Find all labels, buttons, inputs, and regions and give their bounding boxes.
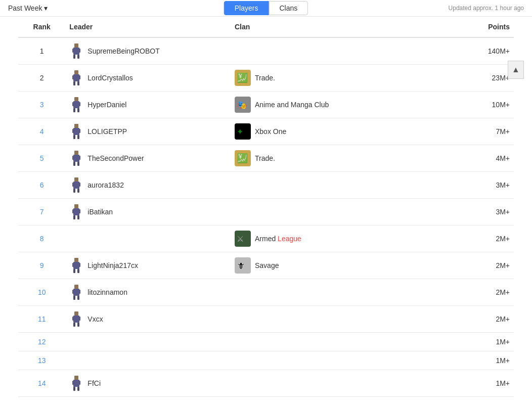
scroll-up-button[interactable]: ▲ <box>508 61 524 79</box>
col-rank: Rank <box>18 17 65 37</box>
svg-rect-4 <box>73 55 75 59</box>
svg-rect-8 <box>72 75 74 79</box>
svg-rect-0 <box>74 43 78 48</box>
svg-rect-64 <box>73 296 75 300</box>
svg-rect-62 <box>72 290 74 294</box>
filter-dropdown[interactable]: Past Week ▾ <box>8 4 48 12</box>
avatar <box>69 123 83 140</box>
leader-cell <box>65 351 231 370</box>
svg-rect-56 <box>73 269 75 273</box>
svg-rect-11 <box>77 81 79 85</box>
table-row: 6 aurora18323M+ <box>18 172 514 199</box>
svg-rect-16 <box>72 102 74 106</box>
clan-cell <box>231 279 443 306</box>
table-row: 10 litozinnamon2M+ <box>18 279 514 306</box>
clan-cell <box>231 351 443 370</box>
rank-cell: 7 <box>18 199 65 226</box>
leaderboard-table: Rank Leader Clan Points 1 SupremeBeingRO… <box>18 17 514 397</box>
clan-icon: ⚔ <box>235 231 251 247</box>
svg-rect-47 <box>78 209 80 213</box>
col-leader: Leader <box>65 17 231 37</box>
svg-rect-33 <box>78 156 80 160</box>
svg-rect-68 <box>72 317 74 321</box>
leader-name: TheSecondPower <box>87 154 144 162</box>
rank-cell: 4 <box>18 118 65 145</box>
table-row: 8⚔Armed League2M+ <box>18 226 514 252</box>
tab-players[interactable]: Players <box>224 1 269 15</box>
tab-clans[interactable]: Clans <box>269 1 308 15</box>
svg-text:🎭: 🎭 <box>237 100 247 110</box>
svg-rect-55 <box>78 263 80 267</box>
leader-name: LightNinja217cx <box>87 261 138 269</box>
points-cell: 23M+ <box>443 65 514 92</box>
table-row: 7 iBatikan3M+ <box>18 199 514 226</box>
svg-rect-2 <box>72 49 74 53</box>
leader-cell: litozinnamon <box>65 279 231 306</box>
points-cell: 1M+ <box>443 370 514 397</box>
table-row: 14 FfCi1M+ <box>18 370 514 397</box>
points-cell: 2M+ <box>443 306 514 333</box>
leader-name: Vxcx <box>87 315 103 323</box>
svg-rect-22 <box>74 124 78 128</box>
leader-name: LOLIGETPP <box>87 127 127 136</box>
leader-name: HyperDaniel <box>87 101 126 109</box>
points-cell: 2M+ <box>443 279 514 306</box>
header-bar: Past Week ▾ Players Clans Updated approx… <box>0 0 532 17</box>
col-clan: Clan <box>231 17 443 37</box>
svg-rect-19 <box>77 108 79 112</box>
svg-rect-32 <box>72 156 74 160</box>
leader-cell: HyperDaniel <box>65 92 231 118</box>
avatar <box>69 204 83 220</box>
table-row: 2 LordCrystallos💹Trade.23M+ <box>18 65 514 92</box>
svg-rect-34 <box>73 162 75 166</box>
avatar <box>69 97 83 113</box>
points-cell: 140M+ <box>443 37 514 65</box>
svg-rect-52 <box>74 258 78 262</box>
leader-cell: FfCi <box>65 370 231 397</box>
svg-rect-74 <box>72 381 74 385</box>
rank-cell: 10 <box>18 279 65 306</box>
avatar <box>69 257 83 274</box>
clan-cell <box>231 199 443 226</box>
avatar <box>69 375 83 391</box>
table-row: 4 LOLIGETPP✦Xbox One7M+ <box>18 118 514 145</box>
svg-rect-25 <box>78 129 80 133</box>
svg-rect-70 <box>73 323 75 327</box>
clan-icon: ✦ <box>235 123 251 140</box>
clan-cell <box>231 333 443 351</box>
svg-text:⚔: ⚔ <box>237 235 244 243</box>
clan-icon: 🗡 <box>235 257 251 274</box>
rank-cell: 13 <box>18 351 65 370</box>
leader-name: iBatikan <box>87 208 113 216</box>
svg-rect-18 <box>73 108 75 112</box>
svg-rect-63 <box>78 290 80 294</box>
armed-text: Armed <box>255 235 278 243</box>
clan-cell <box>231 370 443 397</box>
svg-rect-75 <box>78 381 80 385</box>
svg-text:💹: 💹 <box>237 153 248 164</box>
leader-cell: aurora1832 <box>65 172 231 199</box>
points-cell: 7M+ <box>443 118 514 145</box>
svg-rect-76 <box>73 387 75 391</box>
table-row: 131M+ <box>18 351 514 370</box>
clan-name: Anime and Manga Club <box>255 101 329 109</box>
svg-rect-30 <box>74 151 78 155</box>
svg-rect-66 <box>74 311 78 316</box>
svg-rect-46 <box>72 209 74 213</box>
filter-label: Past Week <box>8 4 42 12</box>
rank-cell: 8 <box>18 226 65 252</box>
league-text: League <box>278 235 301 243</box>
points-cell: 2M+ <box>443 226 514 252</box>
rank-cell: 12 <box>18 333 65 351</box>
svg-rect-9 <box>78 75 80 79</box>
clan-cell: 🗡Savage <box>231 252 443 279</box>
svg-text:🗡: 🗡 <box>237 261 245 270</box>
svg-rect-72 <box>74 376 78 380</box>
svg-rect-24 <box>72 129 74 133</box>
rank-cell: 1 <box>18 37 65 65</box>
rank-cell: 14 <box>18 370 65 397</box>
rank-cell: 9 <box>18 252 65 279</box>
table-row: 9 LightNinja217cx🗡Savage2M+ <box>18 252 514 279</box>
svg-rect-54 <box>72 263 74 267</box>
leader-cell: LordCrystallos <box>65 65 231 92</box>
